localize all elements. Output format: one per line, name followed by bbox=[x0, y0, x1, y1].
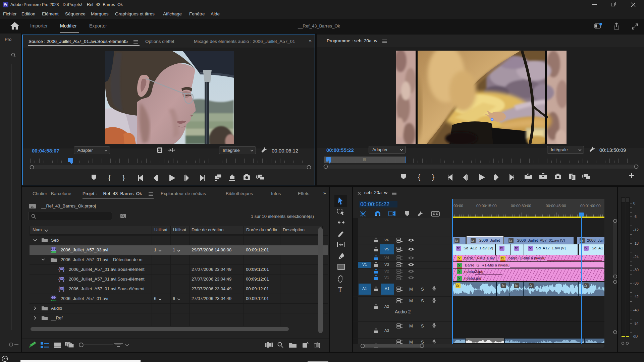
svg-text:T: T bbox=[338, 286, 342, 293]
svg-text:}: } bbox=[432, 173, 434, 181]
svg-text:{: { bbox=[58, 266, 60, 272]
svg-text:{: { bbox=[58, 276, 60, 282]
svg-text:{: { bbox=[58, 286, 60, 292]
svg-text:}: } bbox=[122, 174, 125, 181]
svg-text:{: { bbox=[418, 173, 420, 181]
svg-text:{: { bbox=[108, 174, 111, 181]
